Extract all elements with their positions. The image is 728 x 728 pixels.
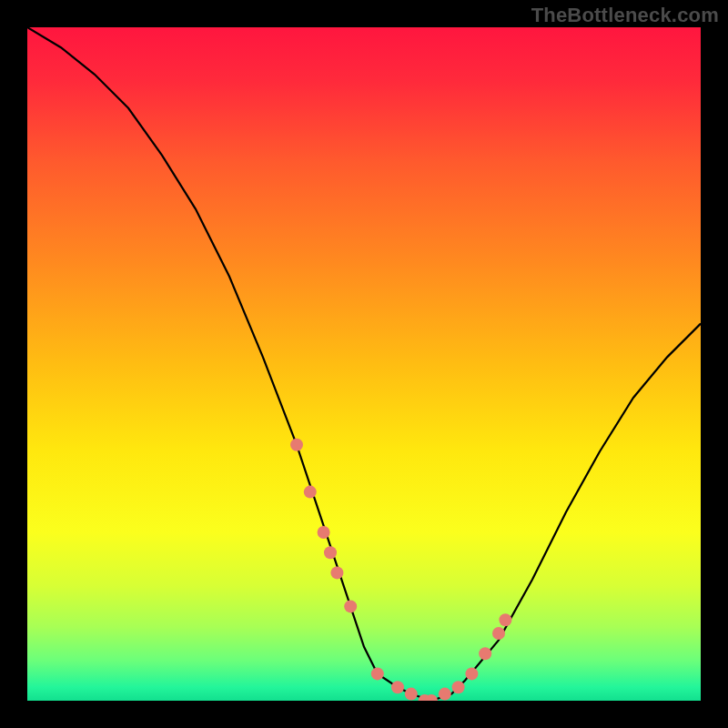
- fit-marker: [391, 681, 404, 693]
- fit-marker: [479, 647, 491, 660]
- fit-marker: [465, 667, 478, 680]
- fit-marker: [304, 486, 317, 499]
- fit-marker: [439, 688, 451, 701]
- fit-marker: [318, 526, 330, 539]
- fit-marker: [344, 600, 357, 612]
- fit-marker: [330, 566, 343, 579]
- plot-area: [27, 27, 701, 701]
- gradient-background: [27, 27, 701, 701]
- chart-frame: TheBottleneck.com: [0, 0, 728, 728]
- fit-marker: [499, 613, 511, 626]
- fit-marker: [405, 688, 418, 701]
- fit-marker: [452, 681, 465, 693]
- fit-marker: [324, 546, 337, 559]
- fit-marker: [290, 439, 303, 451]
- chart-svg: [27, 27, 701, 701]
- fit-marker: [492, 627, 505, 640]
- watermark-text: TheBottleneck.com: [531, 4, 719, 27]
- fit-marker: [371, 667, 384, 680]
